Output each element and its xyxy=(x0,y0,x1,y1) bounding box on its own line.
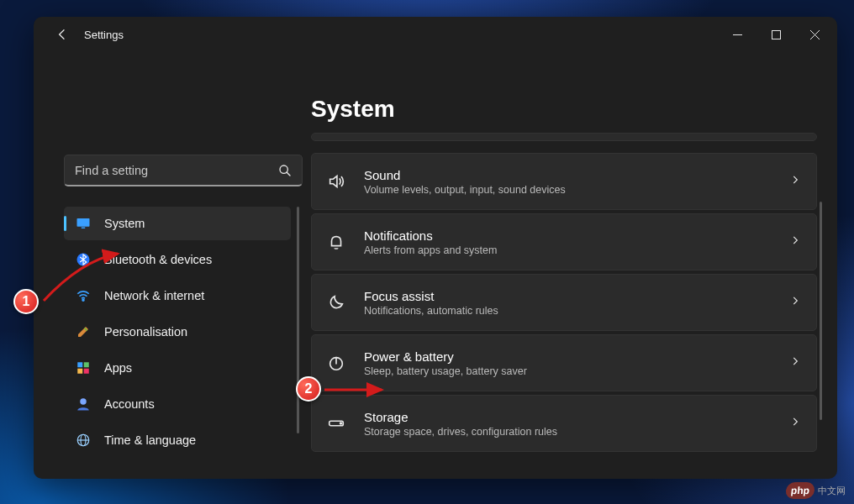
bell-icon xyxy=(327,233,345,251)
power-icon xyxy=(327,354,345,372)
watermark-suffix: 中文网 xyxy=(818,485,846,497)
settings-window: Settings xyxy=(34,17,837,479)
chevron-right-icon xyxy=(789,355,801,370)
annotation-arrow-1 xyxy=(40,252,124,314)
back-button[interactable] xyxy=(49,21,76,48)
sidebar-item-personalisation[interactable]: Personalisation xyxy=(64,315,291,349)
card-title: Notifications xyxy=(364,228,497,243)
globe-icon xyxy=(76,433,91,448)
svg-rect-8 xyxy=(77,369,82,374)
svg-point-10 xyxy=(80,398,87,405)
scrollbar[interactable] xyxy=(820,202,822,420)
moon-icon xyxy=(327,293,345,312)
svg-rect-6 xyxy=(77,362,82,367)
page-title: System xyxy=(311,96,822,123)
card-sub: Alerts from apps and system xyxy=(364,244,497,256)
card-title: Focus assist xyxy=(364,289,498,303)
card-storage[interactable]: Storage Storage space, drives, configura… xyxy=(311,395,817,452)
apps-icon xyxy=(76,360,91,375)
search-box[interactable] xyxy=(64,155,303,186)
scrollbar[interactable] xyxy=(297,207,299,433)
annotation-arrow-2 xyxy=(323,381,390,402)
card-sound[interactable]: Sound Volume levels, output, input, soun… xyxy=(311,153,817,210)
svg-rect-9 xyxy=(84,369,89,374)
chevron-right-icon xyxy=(789,416,801,431)
sidebar-item-label: Time & language xyxy=(104,433,196,447)
chevron-right-icon xyxy=(789,295,801,310)
sidebar-item-time-language[interactable]: Time & language xyxy=(64,423,291,457)
sidebar-item-label: Apps xyxy=(104,361,132,375)
card-partial-top[interactable] xyxy=(311,133,817,141)
search-input[interactable] xyxy=(75,164,278,177)
caption-controls xyxy=(718,21,834,48)
content-area: System Sound Volume levels, output, inpu… xyxy=(311,52,837,479)
settings-card-list: Sound Volume levels, output, input, soun… xyxy=(311,133,822,479)
card-sub: Sleep, battery usage, battery saver xyxy=(364,365,527,377)
card-sub: Volume levels, output, input, sound devi… xyxy=(364,184,566,196)
card-focus-assist[interactable]: Focus assist Notifications, automatic ru… xyxy=(311,274,817,331)
app-title: Settings xyxy=(84,29,124,41)
svg-point-15 xyxy=(340,423,342,424)
svg-rect-0 xyxy=(772,30,780,39)
sidebar-nav: System Bluetooth & devices Network & int… xyxy=(64,207,311,459)
chevron-right-icon xyxy=(789,174,801,189)
chevron-right-icon xyxy=(789,234,801,249)
monitor-icon xyxy=(76,216,91,231)
maximize-button[interactable] xyxy=(756,21,795,48)
watermark-brand: php xyxy=(785,482,815,499)
sidebar-item-label: System xyxy=(104,217,145,230)
sidebar-item-accounts[interactable]: Accounts xyxy=(64,387,291,421)
sidebar-item-label: Accounts xyxy=(104,397,155,411)
close-button[interactable] xyxy=(795,21,834,48)
sidebar-item-label: Personalisation xyxy=(104,325,187,339)
card-title: Sound xyxy=(364,168,566,182)
annotation-marker-2: 2 xyxy=(296,376,321,402)
titlebar: Settings xyxy=(34,17,837,52)
sidebar-item-system[interactable]: System xyxy=(64,207,291,240)
card-sub: Notifications, automatic rules xyxy=(364,305,498,317)
watermark: php 中文网 xyxy=(786,482,846,499)
svg-rect-2 xyxy=(77,218,90,227)
card-notifications[interactable]: Notifications Alerts from apps and syste… xyxy=(311,213,817,270)
brush-icon xyxy=(76,324,91,339)
annotation-marker-1: 1 xyxy=(13,289,39,314)
person-icon xyxy=(76,396,91,412)
minimize-button[interactable] xyxy=(718,21,756,48)
svg-rect-7 xyxy=(84,362,89,367)
card-title: Power & battery xyxy=(364,349,527,364)
card-title: Storage xyxy=(364,410,557,424)
card-sub: Storage space, drives, configuration rul… xyxy=(364,426,557,438)
svg-rect-3 xyxy=(82,228,86,229)
storage-icon xyxy=(327,414,345,433)
sound-icon xyxy=(327,172,345,191)
search-icon xyxy=(278,164,292,177)
sidebar-item-apps[interactable]: Apps xyxy=(64,351,291,385)
